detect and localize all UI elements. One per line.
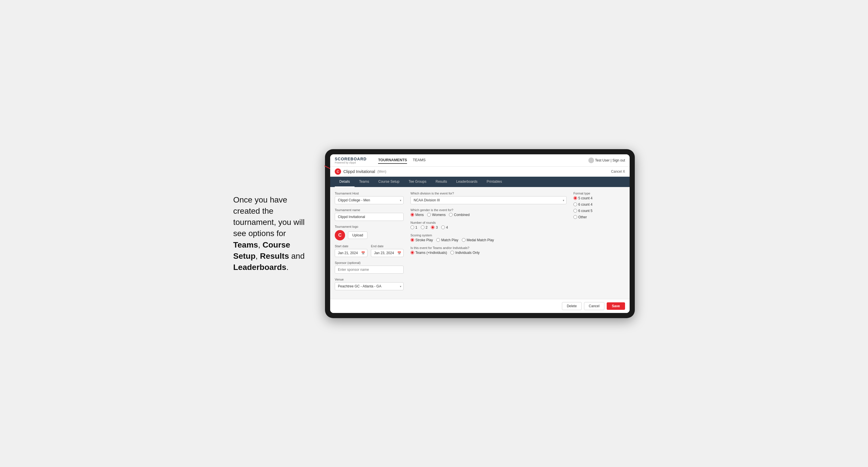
breadcrumb-bar: C Clippd Invitational (Men) Cancel X — [330, 167, 630, 177]
footer-bar: Delete Cancel Save — [330, 299, 630, 313]
user-avatar — [588, 157, 594, 163]
sidebar-description: Once you have created the tournament, yo… — [233, 194, 313, 273]
cancel-top-button[interactable]: Cancel X — [611, 169, 625, 174]
teams-label: Is this event for Teams and/or Individua… — [410, 246, 566, 250]
scoring-stroke[interactable]: Stroke Play — [410, 238, 433, 242]
rounds-label: Number of rounds — [410, 221, 566, 224]
gender-field: Which gender is the event for? Mens Wome… — [410, 208, 566, 217]
logo-title: SCOREBOARD — [335, 157, 367, 161]
tablet-screen: SCOREBOARD Powered by clippd TOURNAMENTS… — [330, 154, 630, 313]
logo-sub: Powered by clippd — [335, 161, 367, 164]
venue-select-wrapper: Peachtree GC - Atlanta - GA — [335, 282, 404, 290]
top-nav: SCOREBOARD Powered by clippd TOURNAMENTS… — [330, 154, 630, 167]
rounds-4[interactable]: 4 — [441, 225, 448, 229]
start-date-wrap: 📅 — [335, 249, 368, 257]
nav-user: Test User | Sign out — [588, 157, 625, 163]
col-right: Format type 5 count 4 6 count 4 — [574, 192, 625, 294]
format-5count4[interactable]: 5 count 4 — [574, 196, 625, 200]
end-date-col: End date 📅 — [371, 244, 404, 257]
tournament-logo-field: Tournament logo C Upload — [335, 225, 404, 240]
tab-leaderboards[interactable]: Leaderboards — [452, 177, 482, 187]
venue-field: Venue Peachtree GC - Atlanta - GA — [335, 278, 404, 290]
format-6count5[interactable]: 6 count 5 — [574, 209, 625, 213]
gender-combined[interactable]: Combined — [449, 213, 470, 217]
calendar-icon-end: 📅 — [397, 251, 401, 255]
col-left: Tournament Host Clippd College - Men Tou… — [335, 192, 404, 294]
breadcrumb-name: Clippd Invitational — [343, 169, 375, 174]
division-select[interactable]: NCAA Division III — [410, 196, 566, 204]
tournament-host-select[interactable]: Clippd College - Men — [335, 196, 404, 204]
teams-radio-group: Teams (+Individuals) Individuals Only — [410, 251, 566, 255]
format-other[interactable]: Other — [574, 215, 625, 219]
cancel-button[interactable]: Cancel — [584, 302, 604, 310]
rounds-field: Number of rounds 1 2 — [410, 221, 566, 229]
tournament-name-label: Tournament name — [335, 208, 404, 212]
tab-course-setup[interactable]: Course Setup — [374, 177, 404, 187]
rounds-3[interactable]: 3 — [431, 225, 438, 229]
tournament-host-select-wrapper: Clippd College - Men — [335, 196, 404, 204]
col-middle: Which division is the event for? NCAA Di… — [410, 192, 566, 294]
division-field: Which division is the event for? NCAA Di… — [410, 192, 566, 204]
nav-tournaments[interactable]: TOURNAMENTS — [378, 157, 407, 164]
user-label[interactable]: Test User | Sign out — [595, 158, 625, 162]
scoring-medal-match[interactable]: Medal Match Play — [462, 238, 494, 242]
tab-printables[interactable]: Printables — [482, 177, 506, 187]
breadcrumb-icon: C — [335, 168, 341, 175]
nav-teams[interactable]: TEAMS — [413, 157, 426, 164]
tournament-name-input[interactable] — [335, 213, 404, 221]
scoring-label: Scoring system — [410, 234, 566, 237]
rounds-1[interactable]: 1 — [410, 225, 417, 229]
delete-button[interactable]: Delete — [562, 302, 582, 310]
format-label: Format type — [574, 192, 625, 195]
tablet-frame: SCOREBOARD Powered by clippd TOURNAMENTS… — [325, 149, 635, 318]
gender-womens[interactable]: Womens — [427, 213, 445, 217]
gender-radio-group: Mens Womens Combined — [410, 213, 566, 217]
nav-links: TOURNAMENTS TEAMS — [378, 157, 581, 164]
date-row: Start date 📅 End date 📅 — [335, 244, 404, 257]
venue-label: Venue — [335, 278, 404, 281]
start-date-label: Start date — [335, 244, 368, 248]
rounds-2[interactable]: 2 — [421, 225, 428, 229]
tab-tee-groups[interactable]: Tee Groups — [404, 177, 431, 187]
scoring-match[interactable]: Match Play — [436, 238, 458, 242]
tab-bar: Details Teams Course Setup Tee Groups Re… — [330, 177, 630, 187]
gender-mens[interactable]: Mens — [410, 213, 424, 217]
tournament-host-label: Tournament Host — [335, 192, 404, 195]
tournament-name-field: Tournament name — [335, 208, 404, 221]
division-select-wrapper: NCAA Division III — [410, 196, 566, 204]
breadcrumb-left: C Clippd Invitational (Men) — [335, 168, 386, 175]
sponsor-label: Sponsor (optional) — [335, 261, 404, 264]
logo-area: SCOREBOARD Powered by clippd — [335, 157, 367, 164]
save-button[interactable]: Save — [607, 302, 625, 310]
page-wrapper: Once you have created the tournament, yo… — [233, 149, 635, 318]
start-date-col: Start date 📅 — [335, 244, 368, 257]
teams-plus-individuals[interactable]: Teams (+Individuals) — [410, 251, 447, 255]
sponsor-input[interactable] — [335, 266, 404, 274]
calendar-icon: 📅 — [361, 251, 365, 255]
division-label: Which division is the event for? — [410, 192, 566, 195]
upload-button[interactable]: Upload — [348, 231, 368, 239]
end-date-wrap: 📅 — [371, 249, 404, 257]
logo-upload-area: C Upload — [335, 230, 404, 240]
format-field: Format type 5 count 4 6 count 4 — [574, 192, 625, 219]
logo-circle: C — [335, 230, 345, 240]
gender-label: Which gender is the event for? — [410, 208, 566, 212]
format-6count4[interactable]: 6 count 4 — [574, 203, 625, 207]
scoring-field: Scoring system Stroke Play Match Play — [410, 234, 566, 242]
sponsor-field: Sponsor (optional) — [335, 261, 404, 274]
tournament-logo-label: Tournament logo — [335, 225, 404, 228]
venue-select[interactable]: Peachtree GC - Atlanta - GA — [335, 282, 404, 290]
format-radio-group: 5 count 4 6 count 4 6 count 5 — [574, 196, 625, 219]
breadcrumb-sub: (Men) — [377, 169, 386, 174]
tab-details[interactable]: Details — [335, 177, 354, 187]
end-date-label: End date — [371, 244, 404, 248]
main-content: Tournament Host Clippd College - Men Tou… — [330, 187, 630, 299]
individuals-only[interactable]: Individuals Only — [451, 251, 479, 255]
tab-teams[interactable]: Teams — [354, 177, 374, 187]
scoring-radio-group: Stroke Play Match Play Medal Match Play — [410, 238, 566, 242]
rounds-radio-group: 1 2 3 4 — [410, 225, 566, 229]
teams-field: Is this event for Teams and/or Individua… — [410, 246, 566, 255]
tab-results[interactable]: Results — [431, 177, 452, 187]
tournament-host-field: Tournament Host Clippd College - Men — [335, 192, 404, 204]
